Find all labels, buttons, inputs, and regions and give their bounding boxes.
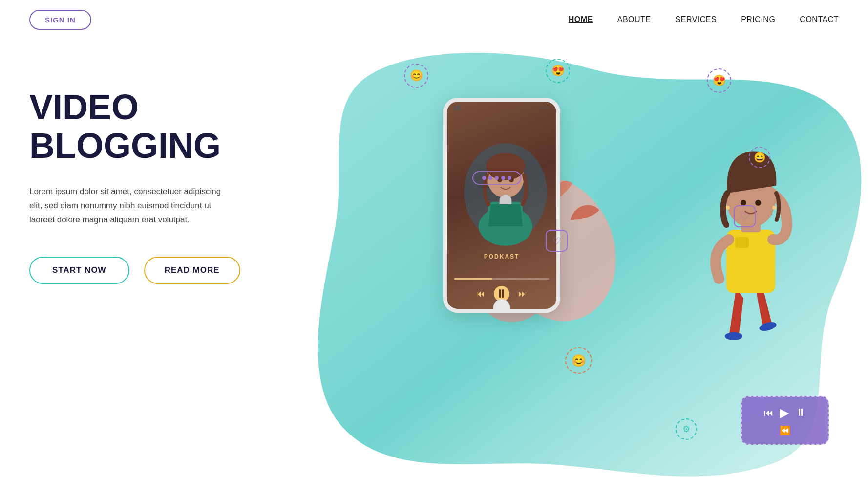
- media-play-icon: ▶: [780, 405, 789, 420]
- sign-in-button[interactable]: SIGN IN: [29, 10, 91, 30]
- phone-progress-bar: [454, 278, 549, 280]
- hero-title-line1: VIDEO: [29, 87, 139, 127]
- main-content: VIDEO BLOGGING Lorem ipsum dolor sit ame…: [0, 39, 868, 479]
- heart-icon-1: ♡: [546, 230, 568, 252]
- read-more-button[interactable]: READ MORE: [144, 257, 240, 284]
- phone-home-button[interactable]: [493, 299, 510, 313]
- nav-services[interactable]: SERVICES: [676, 15, 717, 24]
- svg-point-27: [755, 200, 761, 206]
- phone-podcast-screen: PODKAST ⏮ ⏸ ⏭: [447, 102, 556, 309]
- phone-time: 14:25: [538, 106, 549, 110]
- svg-point-21: [725, 332, 742, 340]
- svg-point-28: [726, 206, 730, 210]
- media-controls-2: ⏪: [780, 425, 790, 436]
- cta-buttons: START NOW READ MORE: [29, 257, 264, 284]
- chat-dot-5: [508, 176, 511, 180]
- floating-heart-2: ♡: [734, 205, 756, 227]
- nav-contact[interactable]: CONTACT: [800, 15, 839, 24]
- nav-about[interactable]: ABOUTE: [617, 15, 651, 24]
- chat-dot-2: [488, 176, 492, 180]
- floating-icon-emoji-2: 😍: [546, 59, 570, 83]
- hero-left: VIDEO BLOGGING Lorem ipsum dolor sit ame…: [29, 88, 264, 284]
- navigation: HOME ABOUTE SERVICES PRICING CONTACT: [569, 15, 839, 24]
- emoji-love-icon: 😍: [713, 74, 726, 87]
- settings-icon: ⚙: [682, 424, 690, 435]
- media-controls: ⏮ ▶ ⏸: [764, 405, 806, 420]
- media-back-icon: ⏪: [780, 425, 790, 436]
- phone-signal-icons: ▌▊: [454, 106, 461, 110]
- nav-pricing[interactable]: PRICING: [741, 15, 775, 24]
- hero-title: VIDEO BLOGGING: [29, 88, 264, 165]
- hero-title-line2: BLOGGING: [29, 126, 221, 165]
- podcast-label: PODKAST: [484, 253, 520, 260]
- svg-point-29: [772, 206, 776, 210]
- chat-dot-4: [501, 176, 505, 180]
- svg-rect-30: [735, 237, 749, 248]
- header: SIGN IN HOME ABOUTE SERVICES PRICING CON…: [0, 0, 868, 39]
- floating-icon-emoji-1: 😊: [404, 64, 428, 88]
- floating-heart-1: ♡: [546, 230, 568, 252]
- heart-icon-2: ♡: [734, 205, 756, 227]
- floating-dots-circle: ⚙: [676, 418, 697, 440]
- media-rewind-icon: ⏮: [764, 407, 774, 418]
- floating-emoji-music: 😊: [565, 347, 592, 374]
- phone-screen-area: ▌▊ 14:25: [443, 98, 560, 313]
- hero-description: Lorem ipsum dolor sit amet, consectetuer…: [29, 185, 225, 227]
- forward-icon: ⏭: [518, 289, 527, 299]
- floating-emoji-smiley: 😄: [749, 147, 770, 168]
- rewind-icon: ⏮: [476, 289, 485, 299]
- phone-status-bar: ▌▊ 14:25: [447, 106, 556, 110]
- media-pause-icon: ⏸: [795, 406, 806, 419]
- floating-chat-bubble: [472, 171, 521, 185]
- start-now-button[interactable]: START NOW: [29, 257, 129, 284]
- heart-eyes-icon: 😍: [551, 65, 565, 77]
- emoji-face-icon: 😊: [410, 69, 423, 82]
- music-emoji-icon: 😊: [572, 354, 586, 368]
- chat-dot-1: [482, 176, 486, 180]
- chat-dot-3: [495, 176, 499, 180]
- phone-device: ▌▊ 14:25: [443, 98, 560, 313]
- hero-illustration: ▌▊ 14:25: [306, 39, 868, 479]
- chat-dots-bubble: [472, 171, 521, 185]
- phone-progress-fill: [454, 278, 492, 280]
- media-player-widget: ⏮ ▶ ⏸ ⏪: [741, 396, 829, 445]
- nav-home[interactable]: HOME: [569, 15, 593, 24]
- smiley-icon: 😄: [754, 152, 766, 163]
- floating-icon-emoji-3: 😍: [707, 68, 731, 93]
